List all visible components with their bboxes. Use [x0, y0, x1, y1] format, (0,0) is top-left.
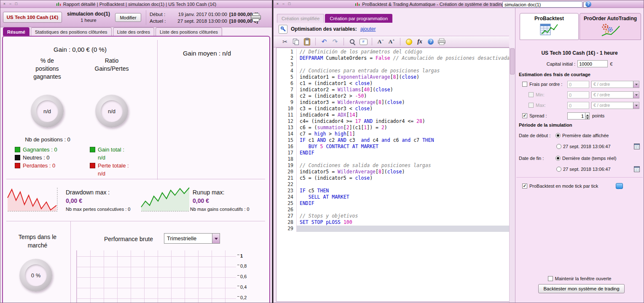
chevron-down-icon[interactable] [633, 92, 639, 98]
fee-checkbox[interactable] [522, 82, 527, 87]
add-variable-link[interactable]: ajouter [360, 26, 376, 32]
code-line-25[interactable]: 25ENDIF [276, 200, 509, 207]
redo-icon[interactable]: ↷ [330, 38, 341, 45]
help-icon[interactable]: ? [583, 1, 591, 7]
spread-input[interactable] [567, 112, 585, 120]
print-icon[interactable] [251, 13, 261, 21]
fee-input[interactable] [567, 81, 589, 88]
start-date: 19 janv. 2017 01:00:00 [168, 11, 227, 18]
code-line-15[interactable]: 15IF c1 AND c2 AND c3 and c4 and c6 and … [276, 137, 509, 144]
code-line-14[interactable]: 14c7 = high > high[1] [276, 131, 509, 137]
code-line-6[interactable]: 6c1 = (indicator1 < close) [276, 80, 509, 87]
code-line-12[interactable]: 12c4= (indicador4 >= 17 AND indicador4 <… [276, 118, 509, 125]
min-input[interactable] [567, 91, 589, 98]
code-line-13[interactable]: 13c6 = (summation[2](c1[1]) = 2) [276, 125, 509, 131]
cut-icon[interactable]: ✂ [279, 38, 290, 45]
help-icon[interactable]: ? [425, 39, 436, 45]
tab-liste-positions[interactable]: Liste des positions clôturées [156, 27, 222, 36]
code-line-27[interactable]: 27// Stops y objetivos [276, 213, 509, 219]
tab-creation-programmation[interactable]: Création par programmation [325, 14, 392, 23]
date-start-custom-radio[interactable] [556, 144, 561, 149]
print-icon[interactable] [437, 39, 446, 45]
function-library-icon[interactable]: fx [414, 38, 425, 45]
max-unit-select[interactable]: € / ordre [591, 102, 639, 109]
copy-icon[interactable] [290, 39, 301, 45]
date-end-custom-radio[interactable] [556, 167, 561, 172]
system-name-input[interactable] [502, 1, 582, 8]
chevron-down-icon[interactable] [633, 81, 639, 88]
runup-value: 0,00 € [193, 197, 209, 204]
code-line-1[interactable]: 1// Definición de los parámetros del cód… [276, 49, 509, 55]
min-unit-select[interactable]: € / ordre [591, 91, 639, 98]
code-line-16[interactable]: 16 BUY 5 CONTRACT AT MARKET [276, 144, 509, 150]
date-end-last-radio[interactable] [555, 156, 561, 161]
code-line-5[interactable]: 5indicator1 = ExponentialAverage[8](clos… [276, 74, 509, 80]
code-line-28[interactable]: 28SET STOP pLOSS 100 [276, 219, 509, 226]
code-line-2[interactable]: 2DEFPARAM CumulateOrders = False // Acum… [276, 55, 509, 61]
code-line-3[interactable]: 3 [276, 61, 509, 68]
modify-button[interactable]: Modifier [115, 13, 141, 22]
min-checkbox[interactable] [529, 92, 534, 97]
max-input[interactable] [567, 102, 589, 109]
line-number: 27 [276, 213, 297, 219]
creation-tabs: Création simplifiée Création par program… [277, 14, 392, 23]
comment-icon[interactable]: // [358, 39, 369, 45]
scrollbar-thumb[interactable] [510, 48, 515, 74]
code-line-23[interactable]: 23IF c5 THEN [276, 188, 509, 194]
code-line-11[interactable]: 11indicador4 = ADX[14] [276, 112, 509, 118]
chevron-down-icon[interactable] [633, 102, 639, 109]
code-line-4[interactable]: 4// Condiciones para entrada de posicion… [276, 68, 509, 74]
code-line-20[interactable]: 20indicator5 = WilderAverage[8](close) [276, 169, 509, 175]
code-line-10[interactable]: 10c3 = (indicator3 < close) [276, 106, 509, 112]
capital-input[interactable] [577, 60, 608, 67]
fee-min-row: Min: € / ordre [515, 91, 644, 99]
code-line-29[interactable]: 29 [276, 226, 509, 232]
dates-block: Début : 19 janv. 2017 01:00:00 [10 000,0… [150, 11, 258, 24]
decrease-font-icon[interactable]: A− [375, 38, 386, 45]
tab-proorder-autotrading[interactable]: ProOrder AutoTrading [580, 13, 641, 40]
suggestion-bulb-icon[interactable] [403, 39, 414, 45]
code-line-21[interactable]: 21c5 = (indicator5 = close) [276, 175, 509, 181]
instrument-label[interactable]: US Tech 100 Cash (1€) [3, 12, 62, 23]
tab-creation-simplifiee[interactable]: Création simplifiée [277, 14, 324, 23]
line-number: 12 [276, 118, 297, 125]
tab-probacktest[interactable]: ProBacktest [520, 13, 579, 40]
tab-statistiques[interactable]: Statistiques des positions clôturées [31, 27, 112, 36]
fee-unit-select[interactable]: € / ordre [591, 81, 639, 88]
code-line-26[interactable]: 26 [276, 207, 509, 213]
code-line-7[interactable]: 7indicator2 = Williams[40](close) [276, 87, 509, 93]
code-line-17[interactable]: 17ENDIF [276, 150, 509, 156]
code-line-18[interactable]: 18 [276, 156, 509, 162]
tab-liste-ordres[interactable]: Liste des ordres [113, 27, 154, 36]
date-start-first-radio[interactable] [555, 133, 561, 138]
maximize-icon[interactable]: □ [287, 0, 292, 8]
code-line-8[interactable]: 8c2 = (indicator2 > -50) [276, 93, 509, 99]
tab-resume[interactable]: Résumé [3, 27, 30, 36]
code-line-24[interactable]: 24 SELL AT MARKET [276, 194, 509, 200]
increase-font-icon[interactable]: A+ [386, 38, 397, 45]
calendar-icon[interactable] [634, 166, 640, 172]
code-line-9[interactable]: 9indicator3 = WilderAverage[8](close) [276, 99, 509, 106]
editor-scrollbar[interactable] [509, 48, 515, 303]
code-line-22[interactable]: 22 [276, 181, 509, 188]
close-icon[interactable]: × [275, 0, 280, 8]
spread-stepper[interactable] [585, 112, 590, 120]
undo-icon[interactable]: ↶ [319, 38, 330, 45]
spread-checkbox[interactable]: ✓ [522, 113, 527, 118]
code-line-19[interactable]: 19// Condiciones de salida de posiciones… [276, 162, 509, 169]
wrench-icon[interactable] [279, 25, 287, 34]
chevron-down-icon[interactable] [212, 234, 220, 243]
date-start-row: Date de début : Première date affichée [515, 132, 644, 140]
tick-mode-checkbox[interactable]: ✓ [522, 183, 527, 189]
max-checkbox[interactable] [529, 103, 534, 108]
date-start-label: Date de début : [519, 132, 550, 140]
search-icon[interactable] [347, 39, 358, 45]
runup-label: Runup max: [193, 189, 224, 196]
minimize-icon[interactable]: − [281, 0, 286, 8]
calendar-icon[interactable] [634, 144, 640, 149]
code-editor[interactable]: 1// Definición de los parámetros del cód… [276, 48, 510, 302]
keep-open-checkbox[interactable] [548, 276, 553, 281]
performance-period-select[interactable]: Trimestrielle [164, 233, 220, 244]
backtest-button[interactable]: Backtester mon système de trading [538, 284, 625, 293]
paste-icon[interactable] [301, 38, 312, 45]
